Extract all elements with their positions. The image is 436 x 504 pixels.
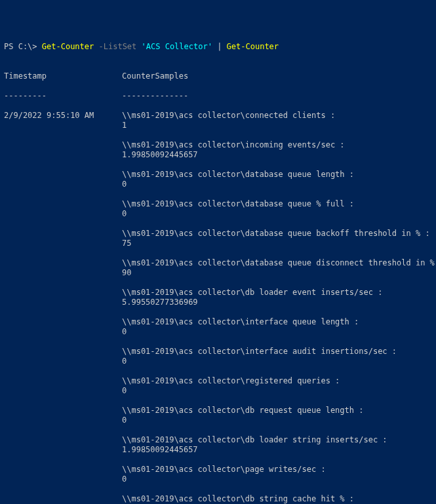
counter-path: \\ms01-2019\acs collector\connected clie… — [122, 111, 335, 121]
blank-line — [122, 455, 432, 465]
cmdlet-2: Get-Counter — [227, 42, 279, 51]
blank-line — [122, 366, 432, 376]
table-divider-row: ----------------------- — [4, 91, 432, 101]
console-output[interactable]: PS C:\> Get-Counter -ListSet 'ACS Collec… — [4, 42, 432, 504]
counter-value: 0 — [122, 475, 432, 484]
counter-path: \\ms01-2019\acs collector\database queue… — [122, 229, 432, 239]
counter-path: \\ms01-2019\acs collector\interface audi… — [122, 347, 432, 357]
counter-path: \\ms01-2019\acs collector\registered que… — [122, 376, 432, 386]
counter-value: 0 — [122, 357, 432, 366]
blank-line — [122, 189, 432, 199]
counter-value: 75 — [122, 239, 432, 248]
counter-path: \\ms01-2019\acs collector\database queue… — [122, 258, 432, 268]
table-row: 2/9/2022 9:55:10 AM\\ms01-2019\acs colle… — [4, 111, 432, 121]
blank-line — [122, 278, 432, 288]
counter-path: \\ms01-2019\acs collector\database queue… — [122, 170, 432, 180]
counter-path: \\ms01-2019\acs collector\interface queu… — [122, 317, 432, 327]
counter-path: \\ms01-2019\acs collector\db loader stri… — [122, 435, 432, 445]
blank-line — [122, 248, 432, 258]
counter-value: 1.99850092445657 — [122, 150, 432, 160]
blank-line — [122, 130, 432, 140]
counter-value: 0 — [122, 180, 432, 189]
flag-listset: -ListSet — [94, 42, 141, 51]
cmdlet-1: Get-Counter — [42, 42, 94, 51]
counter-value: 1.99850092445657 — [122, 445, 432, 455]
blank-line — [122, 484, 432, 494]
blank-line — [122, 307, 432, 317]
table-header-row: TimestampCounterSamples — [4, 71, 432, 81]
blank-line — [122, 396, 432, 406]
arg-string: 'ACS Collector' — [142, 42, 212, 51]
header-countersamples: CounterSamples — [122, 71, 188, 81]
counter-value: 0 — [122, 209, 432, 219]
counter-value: 0 — [122, 327, 432, 337]
counter-value: 0 — [122, 416, 432, 425]
dash-col1: --------- — [4, 91, 122, 101]
counter-value: 0 — [122, 386, 432, 396]
pipe-symbol: | — [212, 42, 227, 51]
counter-path: \\ms01-2019\acs collector\incoming event… — [122, 140, 432, 150]
header-timestamp: Timestamp — [4, 71, 122, 81]
prompt-prefix: PS C:\> — [4, 42, 42, 51]
counter-path: \\ms01-2019\acs collector\database queue… — [122, 199, 432, 209]
dash-col2: -------------- — [122, 91, 188, 101]
counter-value: 5.99550277336969 — [122, 298, 432, 307]
counter-value: 1 — [122, 121, 432, 130]
blank-line — [122, 425, 432, 435]
timestamp-value: 2/9/2022 9:55:10 AM — [4, 111, 122, 121]
counter-path: \\ms01-2019\acs collector\db string cach… — [122, 494, 432, 504]
blank-line — [122, 337, 432, 347]
blank-line — [4, 52, 432, 62]
blank-line — [122, 219, 432, 229]
blank-line — [122, 160, 432, 170]
counter-value: 90 — [122, 268, 432, 278]
counter-path: \\ms01-2019\acs collector\db loader even… — [122, 288, 432, 298]
counter-path: \\ms01-2019\acs collector\page writes/se… — [122, 465, 432, 475]
table-body: 2/9/2022 9:55:10 AM\\ms01-2019\acs colle… — [4, 111, 432, 504]
counter-path: \\ms01-2019\acs collector\db request que… — [122, 406, 432, 416]
